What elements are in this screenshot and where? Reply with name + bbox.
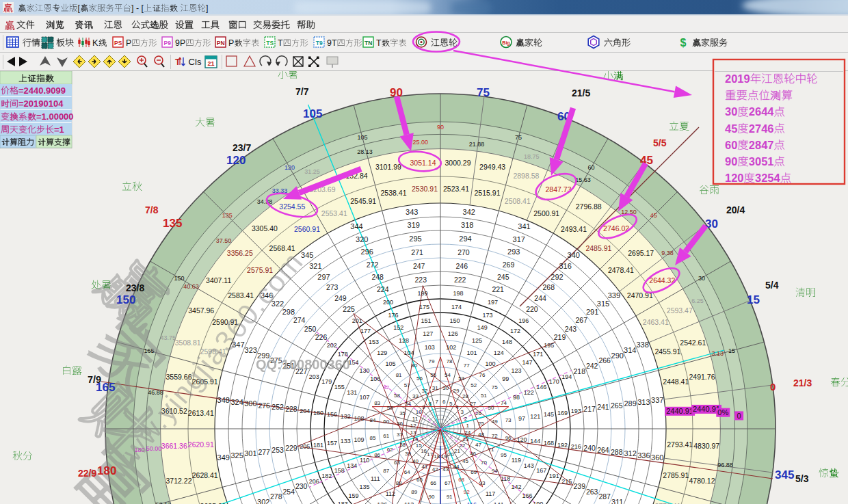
svg-text:221: 221 xyxy=(492,285,504,293)
svg-text:2530.91: 2530.91 xyxy=(412,185,438,193)
svg-text:100: 100 xyxy=(486,360,496,367)
svg-text:3407.11: 3407.11 xyxy=(206,276,231,284)
svg-text:199: 199 xyxy=(417,290,427,297)
svg-text:90: 90 xyxy=(437,124,444,131)
svg-text:120: 120 xyxy=(516,436,527,443)
svg-text:72: 72 xyxy=(492,433,498,439)
svg-text:81: 81 xyxy=(396,372,402,378)
svg-text:319: 319 xyxy=(408,221,420,229)
svg-text:340: 340 xyxy=(568,251,580,259)
svg-text:2538.41: 2538.41 xyxy=(381,189,407,197)
svg-text:58: 58 xyxy=(394,393,400,399)
svg-text:$: $ xyxy=(680,37,687,49)
svg-text:84: 84 xyxy=(369,417,375,423)
svg-text:2542.61: 2542.61 xyxy=(680,339,706,347)
svg-text:117: 117 xyxy=(486,490,495,497)
svg-text:2644: 2644 xyxy=(749,105,775,118)
svg-text:20: 20 xyxy=(448,451,454,457)
svg-text:201: 201 xyxy=(352,317,362,324)
svg-text:144: 144 xyxy=(530,438,540,445)
svg-text:108: 108 xyxy=(354,415,364,422)
svg-text:312: 312 xyxy=(624,449,636,457)
svg-text:96: 96 xyxy=(505,435,512,441)
svg-text:176: 176 xyxy=(388,312,399,319)
svg-text:18.75: 18.75 xyxy=(524,153,540,160)
svg-text:220: 220 xyxy=(526,305,538,313)
svg-text:130: 130 xyxy=(359,367,369,374)
svg-text:147: 147 xyxy=(522,359,532,366)
svg-text:153: 153 xyxy=(369,339,379,345)
svg-text:318: 318 xyxy=(461,221,473,229)
svg-text:44: 44 xyxy=(453,464,460,470)
svg-text:P: P xyxy=(126,38,131,48)
svg-text:119: 119 xyxy=(512,457,521,464)
svg-text:40: 40 xyxy=(412,458,419,464)
svg-text:149: 149 xyxy=(477,324,488,331)
svg-text:28: 28 xyxy=(462,393,468,399)
svg-text:39: 39 xyxy=(405,451,411,457)
svg-text:66: 66 xyxy=(430,480,436,486)
svg-text:83: 83 xyxy=(374,400,380,406)
svg-text:2523.41: 2523.41 xyxy=(443,185,469,193)
svg-text:174: 174 xyxy=(451,304,462,310)
svg-text:168: 168 xyxy=(544,440,554,447)
svg-text:QQ:100800360: QQ:100800360 xyxy=(256,357,350,372)
svg-text:25.00: 25.00 xyxy=(412,139,428,146)
svg-text:175: 175 xyxy=(419,304,429,310)
svg-text:37: 37 xyxy=(397,432,403,438)
svg-text:294: 294 xyxy=(459,235,471,243)
svg-text:76: 76 xyxy=(479,372,485,378)
svg-text:55: 55 xyxy=(430,372,436,378)
svg-text:341: 341 xyxy=(518,222,530,230)
svg-text:87: 87 xyxy=(383,468,389,474)
svg-text:2949.43: 2949.43 xyxy=(479,163,505,171)
svg-text:6: 6 xyxy=(442,399,446,405)
svg-text:266: 266 xyxy=(598,356,611,364)
svg-text:21.88: 21.88 xyxy=(469,141,485,148)
svg-text:5/5: 5/5 xyxy=(653,137,667,148)
svg-text:53.13: 53.13 xyxy=(156,501,172,504)
svg-text:150: 150 xyxy=(449,317,460,324)
svg-text:181: 181 xyxy=(313,442,323,449)
svg-text:2478.41: 2478.41 xyxy=(608,266,634,274)
svg-text:317: 317 xyxy=(513,235,525,243)
svg-text:128: 128 xyxy=(399,337,409,344)
svg-text:4830.97: 4830.97 xyxy=(693,442,719,450)
svg-text:121: 121 xyxy=(530,413,540,420)
svg-text:223: 223 xyxy=(415,276,427,284)
svg-text:11: 11 xyxy=(412,416,419,422)
svg-text:105: 105 xyxy=(385,360,395,367)
svg-text:190: 190 xyxy=(533,501,543,504)
svg-text:T: T xyxy=(376,38,382,48)
svg-text:183: 183 xyxy=(338,501,348,504)
svg-text:78: 78 xyxy=(447,358,453,364)
svg-text:315: 315 xyxy=(597,300,609,308)
svg-text:269: 269 xyxy=(503,261,515,269)
svg-text:2440.91: 2440.91 xyxy=(666,407,693,415)
svg-text:2613.41: 2613.41 xyxy=(188,409,214,417)
svg-text:80: 80 xyxy=(411,362,417,369)
svg-text:2796.88: 2796.88 xyxy=(576,202,602,211)
svg-text:23/7: 23/7 xyxy=(233,142,251,153)
svg-text:=1: =1 xyxy=(54,124,64,135)
svg-text:]: ] xyxy=(206,3,208,13)
svg-text:95: 95 xyxy=(501,452,507,458)
svg-text:9: 9 xyxy=(422,404,425,410)
svg-text:122: 122 xyxy=(524,389,534,396)
svg-text:2593.47: 2593.47 xyxy=(667,306,693,315)
svg-text:325: 325 xyxy=(230,451,243,460)
svg-text:302: 302 xyxy=(257,498,269,504)
svg-text:195: 195 xyxy=(544,342,554,349)
svg-text:249: 249 xyxy=(334,294,347,302)
svg-text:252: 252 xyxy=(271,403,284,411)
svg-text:16: 16 xyxy=(421,448,427,454)
svg-text:42: 42 xyxy=(432,466,438,473)
svg-text:65: 65 xyxy=(416,477,423,483)
svg-text:193: 193 xyxy=(571,408,581,414)
svg-text:2493.41: 2493.41 xyxy=(561,225,587,233)
svg-text:5/4: 5/4 xyxy=(765,280,779,291)
svg-text:9P: 9P xyxy=(175,38,185,48)
svg-text:31.25: 31.25 xyxy=(304,168,320,175)
svg-text:94: 94 xyxy=(492,468,498,474)
svg-text:2898.58: 2898.58 xyxy=(513,172,539,180)
